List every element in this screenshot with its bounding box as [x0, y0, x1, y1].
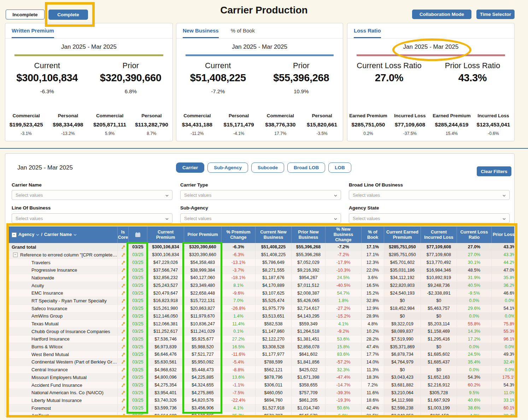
- cell-value: -6.3%: [233, 252, 244, 257]
- column-header-date[interactable]: [129, 226, 147, 243]
- cell-value: $285,751,050: [389, 252, 416, 257]
- sub-metric-earned-premium: Earned Premium$285,751,0500.2%: [347, 113, 389, 136]
- table-row[interactable]: Travelers03/25$47,229,026$54,358,483-13.…: [9, 259, 515, 267]
- chevron-down-icon: [503, 195, 506, 197]
- column-header-is-core[interactable]: Is Core: [118, 226, 129, 243]
- view-toggle-carrier[interactable]: Carrier: [176, 162, 204, 173]
- value-cell: $2,714,617: [292, 305, 325, 312]
- column-header-current-loss-ratio[interactable]: Current Loss Ratio: [457, 226, 492, 243]
- collaboration-mode-button[interactable]: Collaboration Mode: [412, 10, 471, 19]
- cell-value: $7,011,512: [298, 283, 319, 288]
- row-name-cell: Texas Mutual: [9, 320, 118, 327]
- view-toggle-lob[interactable]: LOB: [328, 162, 351, 173]
- column-header-of-book[interactable]: % of Book: [362, 226, 384, 243]
- sub-metric-value: $285,244,619: [431, 122, 473, 128]
- table-row[interactable]: AmTrust03/25$2,664,609$2,120,06525.7%$57…: [9, 412, 515, 417]
- date-cell: 03/25: [129, 359, 147, 366]
- column-header-premium-change[interactable]: % Premium Change: [222, 226, 256, 243]
- table-row[interactable]: Nationwide03/25$32,856,232$40,127,060-18…: [9, 274, 515, 282]
- table-row[interactable]: RT Specialty - Ryan Turner Specialty03/2…: [9, 297, 515, 305]
- date-value: 03/25: [132, 252, 143, 257]
- cell-value: $4,800,096: [154, 375, 177, 380]
- value-cell: 60.1%: [492, 404, 515, 412]
- filter-select-broad-line-of-business[interactable]: Select values: [349, 190, 510, 200]
- value-cell: $20,863,827: [184, 305, 222, 312]
- table-row[interactable]: Chubb Group of Insurance Companies03/25$…: [9, 328, 515, 336]
- column-header-prior-premium[interactable]: Prior Premium: [184, 226, 222, 243]
- cell-value: $9,216,392: [297, 268, 319, 273]
- table-row[interactable]: Continental Western (Part of Berkley Gro…: [9, 359, 515, 366]
- primary-metric-prior-loss-ratio: Prior Loss Ratio43.3%: [431, 61, 514, 84]
- cell-value: $51,408,225: [261, 244, 286, 249]
- cell-value: $22,658,448: [190, 291, 215, 296]
- table-row[interactable]: National American Ins. Co (NAICO)03/25$3…: [9, 389, 515, 397]
- cell-value: -39.3%: [336, 390, 351, 395]
- value-cell: 0.0%: [457, 313, 492, 320]
- column-header-current-incurred-loss[interactable]: Current Incurred Loss: [421, 226, 457, 243]
- cell-value: $788,599: [264, 360, 282, 365]
- table-row[interactable]: Safeco Insurance03/25$15,261,980$20,863,…: [9, 305, 515, 313]
- cell-value: -13.1%: [231, 260, 246, 265]
- table-row[interactable]: EMC Insurance03/25$20,479,647$22,658,448…: [9, 289, 515, 297]
- collapse-row-icon[interactable]: −: [13, 253, 18, 257]
- column-header-current-earned-premium[interactable]: Current Earned Premium: [384, 226, 421, 243]
- cell-value: 48.5%: [468, 268, 480, 273]
- table-row[interactable]: Texas Mutual03/25$12,066,381$10,836,2471…: [9, 320, 515, 328]
- date-value: 03/25: [132, 390, 143, 395]
- table-row[interactable]: Missouri Employers Mutual03/25$4,800,096…: [9, 374, 515, 381]
- date-value: 03/25: [132, 383, 143, 388]
- filter-select-sub-agency[interactable]: Select values: [180, 213, 341, 223]
- filter-select-agency-state[interactable]: Select values: [349, 213, 510, 223]
- table-row[interactable]: Progressive Insurance03/25$37,566,747$38…: [9, 266, 515, 274]
- cell-value: 28.9%: [366, 314, 379, 319]
- cell-value: 14.3%: [468, 329, 480, 334]
- column-header-agency-carrier[interactable]: −Agency/Carrier Name: [9, 226, 118, 243]
- tab-new-business[interactable]: New Business: [183, 28, 219, 38]
- table-row[interactable]: Central Insurance03/25$4,968,632$5,448,4…: [9, 366, 515, 374]
- tab-written-premium[interactable]: Written Premium: [12, 28, 54, 38]
- value-cell: $6,973,839: [147, 343, 184, 350]
- filter-select-carrier-name[interactable]: Select values: [12, 190, 172, 200]
- cell-value: $5,203,114: [428, 321, 450, 326]
- cell-value: $11,252,617: [153, 329, 178, 334]
- table-row[interactable]: Grand total03/25$300,106,834$320,390,660…: [9, 243, 515, 251]
- table-row[interactable]: Hartford Insurance03/25$7,536,746$5,925,…: [9, 336, 515, 343]
- view-toggle-broad-lob[interactable]: Broad LOB: [287, 162, 325, 173]
- table-row[interactable]: −Reference to errored column "[CPR compl…: [9, 251, 515, 259]
- column-header-current-premium[interactable]: Current Premium: [147, 226, 184, 243]
- table-row[interactable]: Burns & Wilcox03/25$6,973,839$5,988,5201…: [9, 343, 515, 351]
- date-cell: 03/25: [129, 351, 147, 358]
- sub-metric-value: $285,751,050: [347, 122, 389, 128]
- row-name-label: National American Ins. Co (NAICO): [31, 390, 104, 395]
- filter-select-carrier-type[interactable]: Select values: [180, 190, 341, 200]
- value-cell: 32.4%: [492, 359, 515, 366]
- collapse-all-icon[interactable]: −: [12, 232, 17, 237]
- tab-loss-ratio[interactable]: Loss Ratio: [354, 28, 381, 38]
- row-name-label: Central Insurance: [31, 367, 68, 372]
- value-cell: 175.1%: [492, 374, 515, 381]
- cell-value: 15.2%: [366, 291, 379, 296]
- table-row[interactable]: Accident Fund Insurance03/25$4,275,354$4…: [9, 381, 515, 389]
- cell-value: -17.9%: [336, 260, 351, 265]
- date-range-label: Jan 2025 - Mar 2025: [347, 43, 514, 51]
- table-row[interactable]: Acuity03/25$25,243,527$23,349,4808.1%$4,…: [9, 282, 515, 290]
- table-row[interactable]: West Bend Mutual03/25$6,646,476$7,521,72…: [9, 351, 515, 359]
- table-row[interactable]: Liberty Mutual Insurance03/25$3,740,326$…: [9, 397, 515, 404]
- key-icon: [121, 276, 125, 280]
- view-toggle-sub-agency[interactable]: Sub-Agency: [207, 162, 248, 173]
- clear-filters-button[interactable]: Clear Filters: [477, 166, 511, 176]
- view-toggle-subcode[interactable]: Subcode: [251, 162, 284, 173]
- filter-select-line-of-business[interactable]: Select values: [12, 213, 172, 223]
- column-header-new-business-change[interactable]: % New Business Change: [325, 226, 362, 243]
- column-header-current-new-business[interactable]: Current New Business: [256, 226, 292, 243]
- value-cell: $954,267: [292, 274, 325, 282]
- table-row[interactable]: AmWins Group03/25$12,146,050$11,979,6701…: [9, 313, 515, 320]
- tab-of-book[interactable]: % of Book: [231, 28, 255, 38]
- time-selector-button[interactable]: Time Selector: [476, 10, 515, 19]
- value-cell: $0: [384, 297, 421, 304]
- row-name-label: Burns & Wilcox: [31, 344, 63, 349]
- cell-value: $9,322,019: [391, 321, 413, 326]
- column-header-prior-loss-ratio[interactable]: Prior Loss Ratio: [492, 226, 515, 243]
- table-row[interactable]: Foremost03/25$3,599,736$3,456,9064.1%$1,…: [9, 404, 515, 412]
- column-header-prior-new-business[interactable]: Prior New Business: [292, 226, 325, 243]
